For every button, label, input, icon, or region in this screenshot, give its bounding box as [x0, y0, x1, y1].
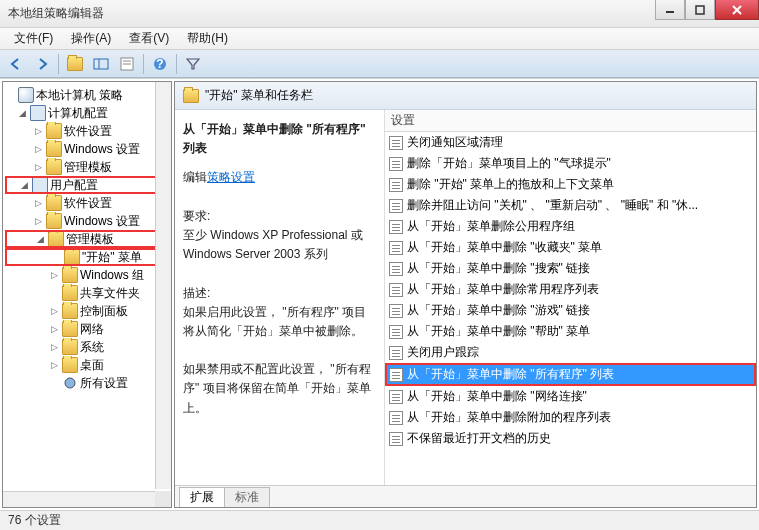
expand-icon[interactable]: ▷ — [33, 216, 44, 227]
settings-item-label: 不保留最近打开文档的历史 — [407, 430, 551, 447]
tree-user-config[interactable]: ◢用户配置 — [5, 176, 169, 194]
settings-item-label: 从「开始」菜单删除公用程序组 — [407, 218, 575, 235]
help-button[interactable]: ? — [148, 53, 172, 75]
expand-icon[interactable]: ▷ — [33, 162, 44, 173]
settings-list-row[interactable]: 删除并阻止访问 "关机" 、 "重新启动" 、 "睡眠" 和 "休... — [385, 195, 756, 216]
tree-computer-config[interactable]: ◢计算机配置 — [5, 104, 169, 122]
expand-icon[interactable]: ▷ — [33, 198, 44, 209]
policy-item-icon — [389, 178, 403, 192]
user-icon — [32, 177, 48, 193]
list-column-header[interactable]: 设置 — [385, 110, 756, 132]
settings-list-row[interactable]: 从「开始」菜单中删除 "所有程序" 列表 — [385, 363, 756, 386]
computer-icon — [30, 105, 46, 121]
tab-standard[interactable]: 标准 — [224, 487, 270, 507]
tree-item[interactable]: ▷Windows 组 — [5, 266, 169, 284]
tree-item[interactable]: 共享文件夹 — [5, 284, 169, 302]
policy-item-icon — [389, 157, 403, 171]
collapse-icon[interactable]: ◢ — [35, 234, 46, 245]
description-text-1: 如果启用此设置， "所有程序" 项目将从简化「开始」菜单中被删除。 — [183, 303, 376, 341]
settings-list-row[interactable]: 从「开始」菜单中删除常用程序列表 — [385, 279, 756, 300]
edit-policy-link[interactable]: 策略设置 — [207, 170, 255, 184]
settings-list-row[interactable]: 从「开始」菜单中删除附加的程序列表 — [385, 407, 756, 428]
status-count: 76 个设置 — [8, 512, 61, 529]
folder-icon — [67, 57, 83, 71]
policy-item-icon — [389, 432, 403, 446]
close-button[interactable] — [715, 0, 759, 20]
settings-item-label: 从「开始」菜单中删除常用程序列表 — [407, 281, 599, 298]
settings-list-row[interactable]: 从「开始」菜单中删除 "搜索" 链接 — [385, 258, 756, 279]
tree-admin-templates[interactable]: ◢管理模板 — [5, 230, 169, 248]
properties-button[interactable] — [115, 53, 139, 75]
expand-icon[interactable]: ▷ — [33, 144, 44, 155]
minimize-button[interactable] — [655, 0, 685, 20]
collapse-icon[interactable]: ◢ — [17, 108, 28, 119]
back-button[interactable] — [4, 53, 28, 75]
status-bar: 76 个设置 — [0, 510, 759, 530]
svg-rect-4 — [94, 59, 108, 69]
toolbar-separator — [143, 54, 144, 74]
settings-list-row[interactable]: 删除「开始」菜单项目上的 "气球提示" — [385, 153, 756, 174]
toolbar: ? — [0, 50, 759, 78]
tree-vertical-scrollbar[interactable] — [155, 82, 171, 489]
tree-root[interactable]: 本地计算机 策略 — [5, 86, 169, 104]
expand-icon[interactable]: ▷ — [49, 324, 60, 335]
tree-pane: 本地计算机 策略 ◢计算机配置 ▷软件设置 ▷Windows 设置 ▷管理模板 … — [2, 81, 172, 508]
settings-list-row[interactable]: 删除 "开始" 菜单上的拖放和上下文菜单 — [385, 174, 756, 195]
settings-list-row[interactable]: 从「开始」菜单中删除 "网络连接" — [385, 386, 756, 407]
details-header: "开始" 菜单和任务栏 — [175, 82, 756, 110]
expand-icon[interactable]: ▷ — [49, 270, 60, 281]
expand-icon[interactable]: ▷ — [49, 342, 60, 353]
filter-button[interactable] — [181, 53, 205, 75]
folder-icon — [46, 159, 62, 175]
policy-item-icon — [389, 346, 403, 360]
tree-start-menu[interactable]: "开始" 菜单 — [5, 248, 169, 266]
folder-icon — [46, 213, 62, 229]
tree-item[interactable]: ▷桌面 — [5, 356, 169, 374]
tree-item[interactable]: ▷软件设置 — [5, 122, 169, 140]
window-title: 本地组策略编辑器 — [8, 5, 104, 22]
show-hide-tree-button[interactable] — [89, 53, 113, 75]
settings-list-row[interactable]: 关闭用户跟踪 — [385, 342, 756, 363]
menu-view[interactable]: 查看(V) — [121, 28, 177, 49]
folder-icon — [62, 303, 78, 319]
tree-item[interactable]: ▷Windows 设置 — [5, 212, 169, 230]
expand-icon[interactable]: ▷ — [49, 360, 60, 371]
svg-point-11 — [65, 378, 75, 388]
menu-file[interactable]: 文件(F) — [6, 28, 61, 49]
policy-item-icon — [389, 241, 403, 255]
details-body: 从「开始」菜单中删除 "所有程序" 列表 编辑策略设置 要求: 至少 Windo… — [175, 110, 756, 485]
settings-list-row[interactable]: 关闭通知区域清理 — [385, 132, 756, 153]
tree-item[interactable]: ▷管理模板 — [5, 158, 169, 176]
forward-button[interactable] — [30, 53, 54, 75]
settings-list-pane: 设置 关闭通知区域清理删除「开始」菜单项目上的 "气球提示"删除 "开始" 菜单… — [385, 110, 756, 485]
settings-item-label: 从「开始」菜单中删除 "帮助" 菜单 — [407, 323, 590, 340]
tree-horizontal-scrollbar[interactable] — [3, 491, 155, 507]
settings-list-row[interactable]: 从「开始」菜单中删除 "收藏夹" 菜单 — [385, 237, 756, 258]
collapse-icon[interactable]: ◢ — [19, 180, 30, 191]
folder-icon — [48, 231, 64, 247]
settings-item-label: 从「开始」菜单中删除 "游戏" 链接 — [407, 302, 590, 319]
expand-icon[interactable]: ▷ — [33, 126, 44, 137]
settings-list-row[interactable]: 从「开始」菜单删除公用程序组 — [385, 216, 756, 237]
tree-item[interactable]: ▷系统 — [5, 338, 169, 356]
maximize-button[interactable] — [685, 0, 715, 20]
tab-extended[interactable]: 扩展 — [179, 487, 225, 507]
settings-list-row[interactable]: 从「开始」菜单中删除 "帮助" 菜单 — [385, 321, 756, 342]
tree-item[interactable]: ▷软件设置 — [5, 194, 169, 212]
tree-item[interactable]: ▷控制面板 — [5, 302, 169, 320]
up-button[interactable] — [63, 53, 87, 75]
menu-action[interactable]: 操作(A) — [63, 28, 119, 49]
tree-item[interactable]: ▷网络 — [5, 320, 169, 338]
expand-icon[interactable]: ▷ — [49, 306, 60, 317]
menu-help[interactable]: 帮助(H) — [179, 28, 236, 49]
svg-rect-1 — [696, 6, 704, 14]
edit-link-row: 编辑策略设置 — [183, 168, 376, 187]
tree-item[interactable]: ▷Windows 设置 — [5, 140, 169, 158]
description-text-2: 如果禁用或不配置此设置， "所有程序" 项目将保留在简单「开始」菜单上。 — [183, 360, 376, 418]
tab-bar: 扩展 标准 — [175, 485, 756, 507]
settings-item-label: 关闭通知区域清理 — [407, 134, 503, 151]
details-pane: "开始" 菜单和任务栏 从「开始」菜单中删除 "所有程序" 列表 编辑策略设置 … — [174, 81, 757, 508]
settings-list-row[interactable]: 不保留最近打开文档的历史 — [385, 428, 756, 449]
settings-list-row[interactable]: 从「开始」菜单中删除 "游戏" 链接 — [385, 300, 756, 321]
tree-all-settings[interactable]: 所有设置 — [5, 374, 169, 392]
